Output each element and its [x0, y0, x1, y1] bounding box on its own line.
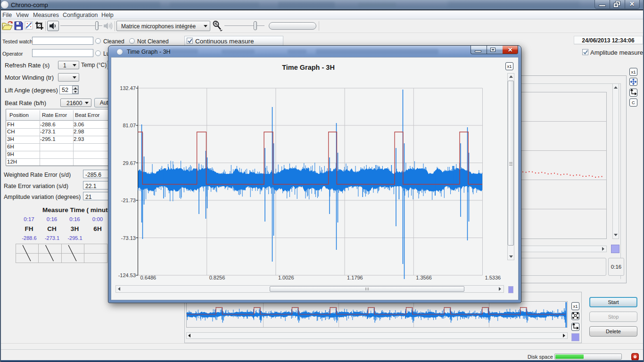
svg-text:1.0026: 1.0026: [278, 275, 294, 280]
svg-text:0.6486: 0.6486: [140, 275, 157, 280]
svg-text:-21.73: -21.73: [121, 197, 136, 203]
svg-text:81.07: 81.07: [123, 123, 136, 128]
svg-text:1.3566: 1.3566: [416, 275, 432, 280]
svg-text:1.1796: 1.1796: [347, 275, 363, 280]
svg-text:29.67: 29.67: [123, 160, 136, 166]
svg-text:0.8256: 0.8256: [209, 275, 225, 280]
svg-text:1.5336: 1.5336: [485, 275, 501, 280]
svg-text:-73.13: -73.13: [121, 235, 136, 241]
svg-text:132.47: 132.47: [120, 85, 136, 91]
svg-text:-124.53: -124.53: [118, 272, 136, 278]
